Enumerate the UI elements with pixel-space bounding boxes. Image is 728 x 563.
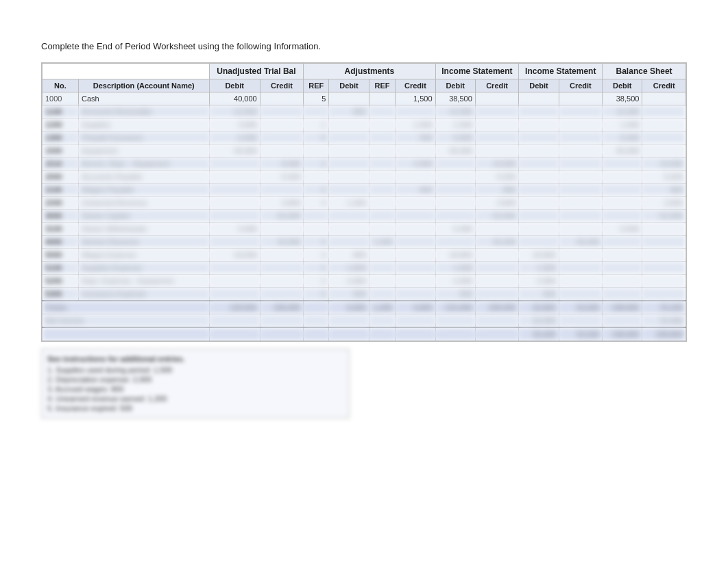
worksheet-container: Unadjusted Trial Bal Adjustments Income …	[41, 62, 687, 342]
final-totals-row: 33,20033,200108,800108,800	[43, 327, 686, 341]
col-description: Description (Account Name)	[78, 79, 209, 92]
sub-item-4: 4. Unearned revenue earned: 1,200	[47, 395, 343, 403]
table-row: 1300 Prepaid Insurance 6,00055005,5005,5…	[43, 132, 686, 145]
col-is-credit: Credit	[559, 79, 603, 92]
table-row: 4000 Service Revenue 32,00041,20033,2003…	[43, 236, 686, 249]
col-acct-no: No.	[43, 79, 79, 92]
table-row: 5200 Depr. Expense - Equipment 22,0002,0…	[43, 275, 686, 288]
worksheet-table: Unadjusted Trial Bal Adjustments Income …	[42, 63, 686, 341]
table-row: 3100 Owner Withdrawals 5,0005,0005,000	[43, 223, 686, 236]
col-adj-credit2: Credit	[475, 79, 519, 92]
income-statement-header: Income Statement	[435, 64, 519, 79]
adj-debit2-cell: 38,500	[435, 92, 475, 105]
balance-sheet-header: Balance Sheet	[603, 64, 686, 79]
adj-credit2-cell	[475, 92, 519, 105]
column-header-row: No. Description (Account Name) Debit Cre…	[43, 79, 686, 92]
table-row: 2000 Accounts Payable 9,2009,2009,200	[43, 171, 686, 184]
net-income-row: Net Income 10,40010,400	[43, 314, 686, 328]
table-row: 2100 Wages Payable 3800800800	[43, 184, 686, 197]
is-credit-cell	[559, 92, 603, 105]
col-adj-debit: Debit	[329, 79, 369, 92]
sub-note-section: See instructions for additional entries.…	[41, 349, 350, 418]
table-row: 5300 Insurance Expense 5500500500	[43, 288, 686, 301]
sub-note-title: See instructions for additional entries.	[47, 355, 343, 363]
bs-credit-cell	[642, 92, 686, 105]
adjustments-header: Adjustments	[304, 64, 435, 79]
table-row: 5000 Wages Expense 18,000380018,80018,80…	[43, 249, 686, 262]
sub-item-3: 3. Accrued wages: 800	[47, 385, 343, 393]
table-row: 1100 Accounts Receivable 12,50080013,300…	[43, 105, 686, 118]
bs-debit-cell: 38,500	[603, 92, 642, 105]
section-header-row: Unadjusted Trial Bal Adjustments Income …	[43, 64, 686, 79]
col-is-debit: Debit	[519, 79, 559, 92]
sub-item-5: 5. Insurance expired: 500	[47, 404, 343, 412]
col-ref2: REF	[369, 79, 396, 92]
table-body: 1000 Cash 40,000 5 1,500 38,500 38,500	[43, 92, 686, 341]
income-statement-header2: Income Statement	[519, 64, 603, 79]
adj-debit-cell	[329, 92, 369, 105]
description-cell: Cash	[78, 92, 209, 105]
col-adj-debit2: Debit	[435, 79, 475, 92]
table-row: 1510 Accum. Depr. - Equipment 8,00022,00…	[43, 158, 686, 171]
acct-no-cell: 1000	[43, 92, 79, 105]
totals-row: Totals 129,500106,5006,0001,2005,800131,…	[43, 301, 686, 314]
col-unadj-credit: Credit	[260, 79, 304, 92]
ref1-cell: 5	[304, 92, 329, 105]
unadj-trial-bal-header: Unadjusted Trial Bal	[209, 64, 304, 79]
unadj-credit-cell	[260, 92, 304, 105]
ref2-cell	[369, 92, 396, 105]
col-adj-credit: Credit	[396, 79, 435, 92]
adj-credit-cell: 1,500	[396, 92, 435, 105]
table-row: 5100 Supplies Expense 11,5001,5001,500	[43, 262, 686, 275]
table-row: 1000 Cash 40,000 5 1,500 38,500 38,500	[43, 92, 686, 105]
col-bs-credit: Credit	[642, 79, 686, 92]
is-debit-cell	[519, 92, 559, 105]
table-row: 2200 Unearned Revenue 4,80041,2003,6003,…	[43, 197, 686, 210]
unadj-debit-cell: 40,000	[209, 92, 260, 105]
instruction-text: Complete the End of Period Worksheet usi…	[41, 41, 687, 51]
col-bs-debit: Debit	[603, 79, 642, 92]
table-row: 3000 Owner Capital 52,50052,50052,500	[43, 210, 686, 223]
col-ref1: REF	[304, 79, 329, 92]
col-unadj-debit: Debit	[209, 79, 260, 92]
table-row: 1500 Equipment 45,00045,00045,000	[43, 145, 686, 158]
sub-item-1: 1. Supplies used during period: 1,500	[47, 366, 343, 374]
sub-item-2: 2. Depreciation expense: 2,000	[47, 375, 343, 384]
table-row: 1200 Supplies 3,00011,5001,5001,500	[43, 118, 686, 132]
